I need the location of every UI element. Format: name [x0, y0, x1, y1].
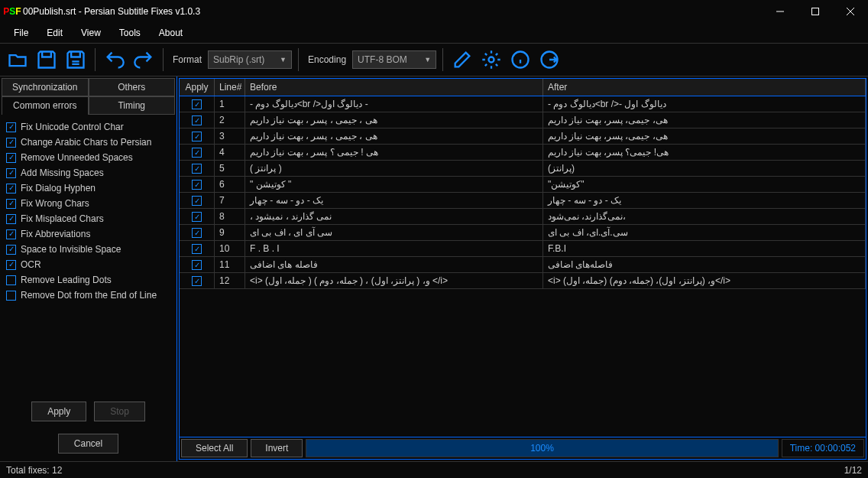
info-icon[interactable] — [507, 47, 533, 73]
row-checkbox[interactable] — [192, 180, 202, 190]
check-label: OCR — [21, 259, 41, 270]
titlebar: PSF 00Publish.srt - Persian Subtitle Fix… — [0, 0, 868, 23]
row-checkbox[interactable] — [192, 99, 202, 109]
tab-synchronization[interactable]: Synchronization — [2, 78, 89, 96]
redo-icon[interactable] — [131, 47, 157, 73]
tab-timing[interactable]: Timing — [89, 96, 176, 115]
col-after[interactable]: After — [543, 79, 866, 96]
table-row[interactable]: 3هی ، جیمی ، پسر ، بهت نیاز داریمهی، جیم… — [180, 128, 866, 145]
stop-button[interactable]: Stop — [94, 402, 145, 421]
status-fixes: Total fixes: 12 — [6, 465, 62, 476]
table-body[interactable]: 1- دیالوگ دوم<br />دیالوگ اول -- دیالوگ … — [180, 96, 866, 437]
cell-before: - دیالوگ دوم<br />دیالوگ اول - — [245, 96, 543, 112]
check-label: Remove Dot from the End of Line — [21, 290, 157, 301]
row-checkbox[interactable] — [192, 196, 202, 206]
check-3[interactable]: Add Missing Spaces — [5, 165, 172, 180]
check-4[interactable]: Fix Dialog Hyphen — [5, 180, 172, 196]
maximize-button[interactable] — [798, 0, 833, 23]
row-checkbox[interactable] — [192, 164, 202, 174]
checkbox-icon — [6, 260, 16, 270]
exit-icon[interactable] — [536, 47, 562, 73]
minimize-button[interactable] — [763, 0, 798, 23]
check-label: Add Missing Spaces — [21, 167, 104, 178]
separator — [95, 48, 96, 71]
cell-line: 10 — [215, 241, 245, 256]
tab-common-errors[interactable]: Common errors — [2, 96, 89, 115]
check-7[interactable]: Fix Abbreviations — [5, 226, 172, 242]
cell-after: "کوتیشن" — [543, 177, 866, 192]
check-5[interactable]: Fix Wrong Chars — [5, 196, 172, 211]
row-checkbox[interactable] — [192, 132, 202, 141]
menu-file[interactable]: File — [6, 24, 36, 41]
cell-after: (پرانتز) — [543, 161, 866, 176]
check-9[interactable]: OCR — [5, 257, 172, 272]
cell-line: 6 — [215, 177, 245, 192]
cell-before: هی ، جیمی ، پسر ، بهت نیاز داریم — [245, 128, 543, 144]
col-line[interactable]: Line# — [215, 79, 245, 96]
check-0[interactable]: Fix Unicode Control Char — [5, 119, 172, 135]
undo-icon[interactable] — [102, 47, 128, 73]
row-checkbox[interactable] — [192, 212, 202, 222]
cell-before: F . B . I — [245, 241, 543, 256]
cancel-button[interactable]: Cancel — [58, 434, 118, 454]
row-checkbox[interactable] — [192, 148, 202, 158]
select-all-button[interactable]: Select All — [181, 439, 248, 457]
check-2[interactable]: Remove Unneeded Spaces — [5, 150, 172, 165]
open-icon[interactable] — [5, 47, 31, 73]
table-row[interactable]: 5( پرانتز )(پرانتز) — [180, 161, 866, 177]
check-8[interactable]: Space to Invisible Space — [5, 242, 172, 257]
format-label: Format — [173, 54, 202, 65]
row-checkbox[interactable] — [192, 276, 202, 286]
table-row[interactable]: 7یک - دو - سه - چهاریک - دو - سه - چهار — [180, 193, 866, 209]
cell-line: 5 — [215, 161, 245, 176]
close-button[interactable] — [833, 0, 868, 23]
cell-after: نمی‌گذارند، نمی‌شود، — [543, 209, 866, 224]
check-label: Remove Leading Dots — [21, 275, 112, 285]
col-apply[interactable]: Apply — [180, 79, 215, 96]
menu-tools[interactable]: Tools — [112, 24, 148, 41]
check-11[interactable]: Remove Dot from the End of Line — [5, 288, 172, 303]
edit-icon[interactable] — [449, 47, 475, 73]
table-row[interactable]: 9سی آی ای ، اف بی ایسی.آی.ای، اف بی ای — [180, 225, 866, 241]
save-as-icon[interactable] — [63, 47, 89, 73]
menu-view[interactable]: View — [73, 24, 108, 41]
apply-button[interactable]: Apply — [31, 402, 86, 421]
row-checkbox[interactable] — [192, 260, 202, 270]
row-checkbox[interactable] — [192, 228, 202, 238]
settings-icon[interactable] — [478, 47, 504, 73]
table-row[interactable]: 2هی ، جیمی ، پسر ، بهت نیاز داریمهی، جیم… — [180, 112, 866, 128]
cell-before: هی ! جیمی ؟ پسر ، بهت نیاز داریم — [245, 145, 543, 160]
table-row[interactable]: 11فاصله های اضافیفاصله‌های اضافی — [180, 257, 866, 273]
check-1[interactable]: Change Arabic Chars to Persian — [5, 135, 172, 150]
encoding-select[interactable]: UTF-8 BOM▼ — [352, 50, 436, 69]
cell-before: هی ، جیمی ، پسر ، بهت نیاز داریم — [245, 112, 543, 128]
col-before[interactable]: Before — [245, 79, 543, 96]
svg-rect-1 — [812, 8, 819, 15]
checkbox-icon — [6, 291, 16, 301]
chevron-down-icon: ▼ — [424, 56, 431, 63]
cell-before: یک - دو - سه - چهار — [245, 193, 543, 208]
row-checkbox[interactable] — [192, 244, 202, 254]
check-10[interactable]: Remove Leading Dots — [5, 272, 172, 288]
table-row[interactable]: 4هی ! جیمی ؟ پسر ، بهت نیاز داریمهی! جیم… — [180, 145, 866, 161]
check-label: Fix Unicode Control Char — [21, 122, 124, 132]
cell-before: فاصله های اضافی — [245, 257, 543, 272]
check-6[interactable]: Fix Misplaced Chars — [5, 211, 172, 226]
cell-before: سی آی ای ، اف بی ای — [245, 225, 543, 240]
table-row[interactable]: 6" کوتیشن ""کوتیشن" — [180, 177, 866, 193]
table-row[interactable]: 1- دیالوگ دوم<br />دیالوگ اول -- دیالوگ … — [180, 96, 866, 112]
row-checkbox[interactable] — [192, 115, 202, 125]
cell-after: فاصله‌های اضافی — [543, 257, 866, 272]
cell-line: 2 — [215, 112, 245, 128]
format-select[interactable]: SubRip (.srt)▼ — [208, 50, 292, 69]
save-icon[interactable] — [34, 47, 60, 73]
table-row[interactable]: 8، نمی گذارند ، نمیشودنمی‌گذارند، نمی‌شو… — [180, 209, 866, 225]
table-row[interactable]: 10F . B . IF.B.I — [180, 241, 866, 257]
separator — [163, 48, 164, 71]
table-row[interactable]: 12<i> (جمله، اول ) و، ( پرانتز، اول) ، (… — [180, 273, 866, 289]
tab-others[interactable]: Others — [89, 78, 176, 96]
invert-button[interactable]: Invert — [251, 439, 303, 457]
menu-about[interactable]: About — [151, 24, 190, 41]
menu-edit[interactable]: Edit — [39, 24, 70, 41]
chevron-down-icon: ▼ — [280, 56, 287, 63]
